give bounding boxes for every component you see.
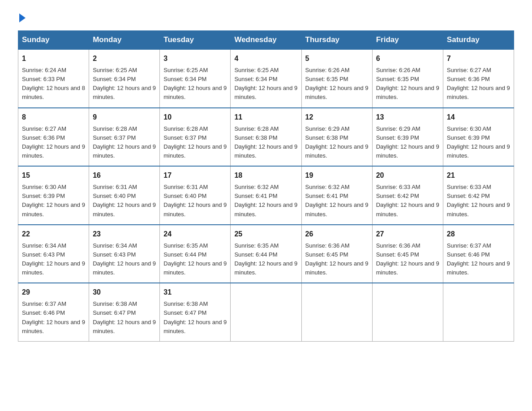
day-number: 1	[22, 53, 85, 64]
day-number: 5	[305, 53, 369, 64]
calendar-cell: 19 Sunrise: 6:32 AM Sunset: 6:41 PM Dayl…	[301, 166, 372, 225]
day-info: Sunrise: 6:29 AM Sunset: 6:38 PM Dayligh…	[305, 125, 369, 159]
day-number: 27	[376, 229, 439, 240]
day-info: Sunrise: 6:27 AM Sunset: 6:36 PM Dayligh…	[22, 125, 85, 159]
day-number: 8	[22, 112, 85, 123]
calendar-cell: 22 Sunrise: 6:34 AM Sunset: 6:43 PM Dayl…	[18, 225, 89, 283]
day-info: Sunrise: 6:25 AM Sunset: 6:34 PM Dayligh…	[163, 67, 227, 100]
day-info: Sunrise: 6:28 AM Sunset: 6:38 PM Dayligh…	[234, 125, 297, 159]
day-info: Sunrise: 6:31 AM Sunset: 6:40 PM Dayligh…	[93, 184, 156, 217]
calendar-cell	[231, 283, 301, 341]
day-info: Sunrise: 6:38 AM Sunset: 6:47 PM Dayligh…	[163, 300, 227, 334]
day-info: Sunrise: 6:25 AM Sunset: 6:34 PM Dayligh…	[93, 67, 156, 100]
calendar-week-row: 29 Sunrise: 6:37 AM Sunset: 6:46 PM Dayl…	[18, 283, 514, 341]
day-number: 22	[22, 229, 85, 240]
calendar-cell: 2 Sunrise: 6:25 AM Sunset: 6:34 PM Dayli…	[89, 49, 160, 108]
calendar-cell: 1 Sunrise: 6:24 AM Sunset: 6:33 PM Dayli…	[18, 49, 89, 108]
day-number: 31	[163, 287, 227, 298]
day-number: 11	[234, 112, 297, 123]
day-number: 30	[93, 287, 156, 298]
calendar-cell: 10 Sunrise: 6:28 AM Sunset: 6:37 PM Dayl…	[160, 108, 231, 167]
page-header	[18, 13, 514, 21]
calendar-cell: 23 Sunrise: 6:34 AM Sunset: 6:43 PM Dayl…	[89, 225, 160, 283]
logo	[18, 13, 26, 21]
day-number: 6	[376, 53, 439, 64]
calendar-cell: 18 Sunrise: 6:32 AM Sunset: 6:41 PM Dayl…	[231, 166, 301, 225]
day-number: 12	[305, 112, 369, 123]
calendar-cell: 25 Sunrise: 6:35 AM Sunset: 6:44 PM Dayl…	[231, 225, 301, 283]
calendar-cell: 15 Sunrise: 6:30 AM Sunset: 6:39 PM Dayl…	[18, 166, 89, 225]
calendar-cell: 3 Sunrise: 6:25 AM Sunset: 6:34 PM Dayli…	[160, 49, 231, 108]
logo-blue-arrow	[18, 13, 26, 21]
column-header-wednesday: Wednesday	[231, 31, 301, 50]
day-number: 10	[163, 112, 227, 123]
day-info: Sunrise: 6:27 AM Sunset: 6:36 PM Dayligh…	[447, 67, 510, 100]
day-number: 7	[447, 53, 510, 64]
day-info: Sunrise: 6:26 AM Sunset: 6:35 PM Dayligh…	[376, 67, 439, 100]
calendar-cell: 12 Sunrise: 6:29 AM Sunset: 6:38 PM Dayl…	[301, 108, 372, 167]
day-info: Sunrise: 6:37 AM Sunset: 6:46 PM Dayligh…	[447, 242, 510, 276]
day-number: 2	[93, 53, 156, 64]
day-number: 3	[163, 53, 227, 64]
day-info: Sunrise: 6:36 AM Sunset: 6:45 PM Dayligh…	[305, 242, 369, 276]
calendar-header: SundayMondayTuesdayWednesdayThursdayFrid…	[18, 31, 514, 50]
day-number: 21	[447, 170, 510, 181]
day-number: 23	[93, 229, 156, 240]
day-info: Sunrise: 6:31 AM Sunset: 6:40 PM Dayligh…	[163, 184, 227, 217]
logo-arrow-icon	[19, 13, 26, 22]
day-number: 26	[305, 229, 369, 240]
calendar-cell: 5 Sunrise: 6:26 AM Sunset: 6:35 PM Dayli…	[301, 49, 372, 108]
calendar-cell: 17 Sunrise: 6:31 AM Sunset: 6:40 PM Dayl…	[160, 166, 231, 225]
calendar-cell: 24 Sunrise: 6:35 AM Sunset: 6:44 PM Dayl…	[160, 225, 231, 283]
day-number: 9	[93, 112, 156, 123]
day-number: 4	[234, 53, 297, 64]
day-info: Sunrise: 6:34 AM Sunset: 6:43 PM Dayligh…	[93, 242, 156, 276]
day-number: 24	[163, 229, 227, 240]
calendar-cell: 16 Sunrise: 6:31 AM Sunset: 6:40 PM Dayl…	[89, 166, 160, 225]
calendar-cell: 6 Sunrise: 6:26 AM Sunset: 6:35 PM Dayli…	[372, 49, 443, 108]
calendar-cell	[372, 283, 443, 341]
calendar-cell: 21 Sunrise: 6:33 AM Sunset: 6:42 PM Dayl…	[443, 166, 514, 225]
column-header-monday: Monday	[89, 31, 160, 50]
column-header-thursday: Thursday	[301, 31, 372, 50]
day-number: 28	[447, 229, 510, 240]
calendar-week-row: 22 Sunrise: 6:34 AM Sunset: 6:43 PM Dayl…	[18, 225, 514, 283]
calendar-cell: 26 Sunrise: 6:36 AM Sunset: 6:45 PM Dayl…	[301, 225, 372, 283]
calendar-cell: 8 Sunrise: 6:27 AM Sunset: 6:36 PM Dayli…	[18, 108, 89, 167]
day-number: 29	[22, 287, 85, 298]
day-number: 18	[234, 170, 297, 181]
day-number: 17	[163, 170, 227, 181]
day-info: Sunrise: 6:26 AM Sunset: 6:35 PM Dayligh…	[305, 67, 369, 100]
calendar-week-row: 15 Sunrise: 6:30 AM Sunset: 6:39 PM Dayl…	[18, 166, 514, 225]
calendar-cell: 11 Sunrise: 6:28 AM Sunset: 6:38 PM Dayl…	[231, 108, 301, 167]
day-number: 14	[447, 112, 510, 123]
calendar-cell: 29 Sunrise: 6:37 AM Sunset: 6:46 PM Dayl…	[18, 283, 89, 341]
day-info: Sunrise: 6:28 AM Sunset: 6:37 PM Dayligh…	[163, 125, 227, 159]
day-info: Sunrise: 6:34 AM Sunset: 6:43 PM Dayligh…	[22, 242, 85, 276]
day-number: 19	[305, 170, 369, 181]
day-info: Sunrise: 6:32 AM Sunset: 6:41 PM Dayligh…	[234, 184, 297, 217]
column-header-sunday: Sunday	[18, 31, 89, 50]
calendar-week-row: 8 Sunrise: 6:27 AM Sunset: 6:36 PM Dayli…	[18, 108, 514, 167]
calendar-cell: 4 Sunrise: 6:25 AM Sunset: 6:34 PM Dayli…	[231, 49, 301, 108]
calendar-cell: 31 Sunrise: 6:38 AM Sunset: 6:47 PM Dayl…	[160, 283, 231, 341]
calendar-cell: 14 Sunrise: 6:30 AM Sunset: 6:39 PM Dayl…	[443, 108, 514, 167]
calendar-cell	[443, 283, 514, 341]
calendar-body: 1 Sunrise: 6:24 AM Sunset: 6:33 PM Dayli…	[18, 49, 514, 341]
day-number: 20	[376, 170, 439, 181]
day-info: Sunrise: 6:35 AM Sunset: 6:44 PM Dayligh…	[163, 242, 227, 276]
day-info: Sunrise: 6:30 AM Sunset: 6:39 PM Dayligh…	[447, 125, 510, 159]
calendar-cell	[301, 283, 372, 341]
calendar-week-row: 1 Sunrise: 6:24 AM Sunset: 6:33 PM Dayli…	[18, 49, 514, 108]
day-info: Sunrise: 6:29 AM Sunset: 6:39 PM Dayligh…	[376, 125, 439, 159]
calendar-table: SundayMondayTuesdayWednesdayThursdayFrid…	[18, 30, 514, 342]
day-header-row: SundayMondayTuesdayWednesdayThursdayFrid…	[18, 31, 514, 50]
calendar-cell: 13 Sunrise: 6:29 AM Sunset: 6:39 PM Dayl…	[372, 108, 443, 167]
day-number: 15	[22, 170, 85, 181]
day-info: Sunrise: 6:25 AM Sunset: 6:34 PM Dayligh…	[234, 67, 297, 100]
calendar-cell: 27 Sunrise: 6:36 AM Sunset: 6:45 PM Dayl…	[372, 225, 443, 283]
day-info: Sunrise: 6:36 AM Sunset: 6:45 PM Dayligh…	[376, 242, 439, 276]
day-info: Sunrise: 6:33 AM Sunset: 6:42 PM Dayligh…	[376, 184, 439, 217]
day-info: Sunrise: 6:35 AM Sunset: 6:44 PM Dayligh…	[234, 242, 297, 276]
day-number: 25	[234, 229, 297, 240]
